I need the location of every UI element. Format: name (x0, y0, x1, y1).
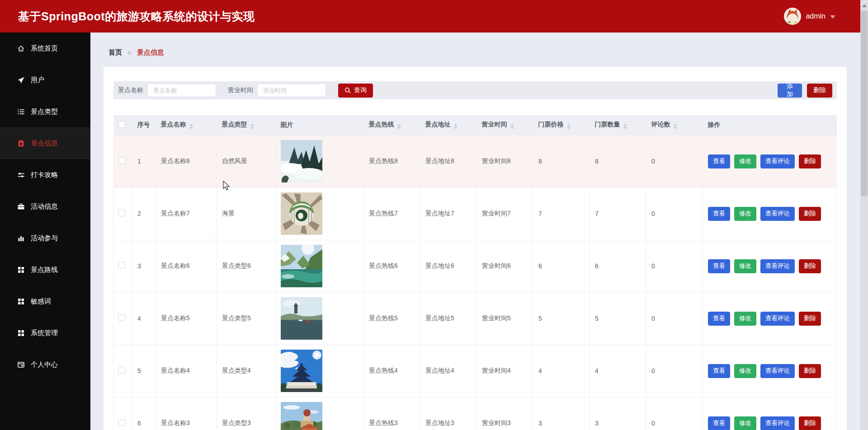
cell-scenic-type: 景点类型3 (217, 397, 275, 430)
col-scenic-name[interactable]: 景点名称 (156, 115, 217, 135)
grid-icon (17, 298, 25, 305)
sidebar-item-system-manage[interactable]: 系统管理 (0, 317, 90, 349)
cell-quantity: 3 (590, 397, 646, 430)
view-comments-button[interactable]: 查看评论 (760, 259, 795, 273)
sidebar-item-label: 系统首页 (31, 44, 58, 53)
sort-icon[interactable] (510, 124, 514, 129)
sidebar-item-label: 活动信息 (31, 202, 58, 211)
view-comments-button[interactable]: 查看评论 (760, 154, 795, 168)
sort-icon[interactable] (623, 124, 627, 129)
row-checkbox[interactable] (118, 157, 125, 164)
business-hours-input[interactable] (257, 84, 326, 97)
sidebar-item-scenic-type[interactable]: 景点类型 (0, 96, 90, 127)
view-comments-button[interactable]: 查看评论 (760, 416, 795, 430)
send-icon (17, 76, 25, 84)
cell-quantity: 6 (590, 240, 646, 292)
sidebar-item-scenic-info[interactable]: 景点信息 (0, 127, 90, 159)
view-comments-button[interactable]: 查看评论 (760, 207, 795, 221)
edit-button[interactable]: 修改 (734, 364, 756, 378)
sort-icon[interactable] (189, 124, 193, 129)
sidebar-item-sensitive-words[interactable]: 敏感词 (0, 285, 90, 317)
scrollbar[interactable] (860, 0, 868, 430)
view-comments-button[interactable]: 查看评论 (760, 312, 795, 326)
sidebar-item-users[interactable]: 用户 (0, 64, 90, 96)
row-checkbox[interactable] (118, 367, 125, 374)
edit-button[interactable]: 修改 (734, 312, 756, 326)
col-hotline[interactable]: 景点热线 (363, 115, 420, 135)
cell-address: 景点地址4 (420, 345, 476, 397)
view-button[interactable]: 查看 (708, 207, 730, 221)
col-scenic-type[interactable]: 景点类型 (217, 115, 275, 135)
user-menu[interactable]: admin (784, 8, 835, 25)
view-button[interactable]: 查看 (708, 364, 730, 378)
sort-icon[interactable] (674, 124, 677, 129)
col-price[interactable]: 门票价格 (533, 115, 590, 135)
view-button[interactable]: 查看 (708, 312, 730, 326)
col-address[interactable]: 景点地址 (420, 115, 476, 135)
batch-delete-button[interactable]: 删除 (807, 84, 832, 98)
edit-button[interactable]: 修改 (734, 416, 756, 430)
search-button[interactable]: 查询 (338, 84, 373, 98)
search-icon (344, 87, 351, 93)
search-toolbar: 景点名称 营业时间 查询 添加 删除 (113, 81, 837, 99)
cell-price: 3 (533, 397, 590, 430)
cell-price: 8 (533, 135, 590, 187)
sidebar-item-label: 景点路线 (31, 266, 58, 274)
breadcrumb: 首页 ≡ 景点信息 (90, 33, 860, 67)
sort-icon[interactable] (567, 124, 571, 129)
cell-hours: 营业时间7 (476, 187, 533, 240)
cell-index: 6 (132, 397, 156, 430)
sort-icon[interactable] (397, 124, 401, 129)
sidebar-item-home[interactable]: 系统首页 (0, 33, 90, 64)
sort-icon[interactable] (250, 124, 254, 129)
row-checkbox[interactable] (118, 314, 125, 321)
row-checkbox[interactable] (118, 419, 125, 426)
cell-hotline: 景点热线5 (363, 292, 420, 345)
delete-button[interactable]: 删除 (799, 207, 821, 221)
sidebar-item-profile[interactable]: 个人中心 (0, 349, 90, 380)
sidebar-item-checkin-guide[interactable]: 打卡攻略 (0, 159, 90, 191)
sidebar-item-activity-join[interactable]: 活动参与 (0, 222, 90, 254)
cell-scenic-name: 景点名称4 (156, 345, 217, 397)
row-checkbox[interactable] (118, 210, 125, 216)
delete-button[interactable]: 删除 (799, 259, 821, 273)
cell-scenic-type: 景点类型4 (217, 345, 275, 397)
row-checkbox[interactable] (118, 262, 125, 269)
sidebar-item-label: 景点信息 (31, 139, 58, 148)
view-button[interactable]: 查看 (708, 259, 730, 273)
cell-address: 景点地址7 (420, 187, 476, 240)
col-index: 序号 (132, 115, 156, 135)
add-button[interactable]: 添加 (778, 84, 802, 98)
col-hours[interactable]: 营业时间 (476, 115, 533, 135)
sidebar-item-activity-info[interactable]: 活动信息 (0, 191, 90, 222)
scenic-photo-misty-mountains (281, 140, 322, 182)
edit-button[interactable]: 修改 (734, 259, 756, 273)
delete-button[interactable]: 删除 (799, 312, 821, 326)
scenic-name-input[interactable] (147, 84, 216, 97)
scrollbar-up-arrow-icon[interactable] (862, 4, 867, 7)
filter-label: 景点名称 (118, 86, 143, 94)
scenic-photo-temple-of-heaven (281, 350, 322, 392)
breadcrumb-home[interactable]: 首页 (108, 48, 122, 57)
username[interactable]: admin (806, 12, 826, 20)
edit-button[interactable]: 修改 (734, 154, 756, 168)
col-comments[interactable]: 评论数 (646, 115, 703, 135)
sidebar-item-scenic-route[interactable]: 景点路线 (0, 254, 90, 285)
col-quantity[interactable]: 门票数量 (590, 115, 646, 135)
edit-button[interactable]: 修改 (734, 207, 756, 221)
table-row: 6 景点名称3 景点类型3 景点热线3 景点地址3 营业时间3 3 3 0 查看… (114, 397, 837, 430)
cell-price: 7 (533, 187, 590, 240)
delete-button[interactable]: 删除 (799, 416, 821, 430)
sort-icon[interactable] (454, 124, 458, 129)
delete-button[interactable]: 删除 (799, 154, 821, 168)
view-button[interactable]: 查看 (708, 154, 730, 168)
delete-button[interactable]: 删除 (799, 364, 821, 378)
view-button[interactable]: 查看 (708, 416, 730, 430)
scenic-photo-hill-castle (281, 402, 322, 430)
avatar[interactable] (784, 8, 801, 25)
scrollbar-thumb[interactable] (861, 11, 868, 196)
select-all-checkbox[interactable] (118, 121, 125, 128)
cell-comments: 0 (646, 397, 703, 430)
view-comments-button[interactable]: 查看评论 (760, 364, 795, 378)
briefcase-icon (17, 203, 25, 210)
